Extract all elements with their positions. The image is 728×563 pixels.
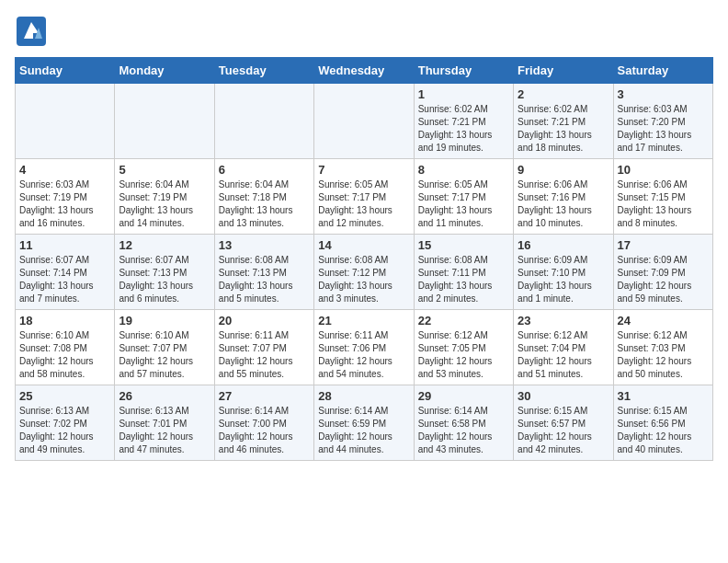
calendar-cell: 3Sunrise: 6:03 AM Sunset: 7:20 PM Daylig… — [613, 84, 712, 159]
calendar-cell: 24Sunrise: 6:12 AM Sunset: 7:03 PM Dayli… — [613, 310, 712, 385]
day-number: 21 — [318, 314, 409, 327]
calendar-cell: 17Sunrise: 6:09 AM Sunset: 7:09 PM Dayli… — [613, 235, 712, 310]
day-number: 23 — [518, 314, 609, 327]
week-row-4: 18Sunrise: 6:10 AM Sunset: 7:08 PM Dayli… — [16, 310, 713, 385]
day-number: 20 — [219, 314, 310, 327]
calendar-cell: 2Sunrise: 6:02 AM Sunset: 7:21 PM Daylig… — [514, 84, 613, 159]
page-header — [15, 15, 713, 48]
day-number: 1 — [418, 87, 509, 101]
day-info: Sunrise: 6:07 AM Sunset: 7:13 PM Dayligh… — [119, 254, 210, 305]
calendar-cell: 20Sunrise: 6:11 AM Sunset: 7:07 PM Dayli… — [214, 310, 313, 385]
day-number: 27 — [219, 389, 310, 403]
day-number: 31 — [618, 389, 709, 403]
day-info: Sunrise: 6:02 AM Sunset: 7:21 PM Dayligh… — [518, 103, 609, 155]
day-info: Sunrise: 6:11 AM Sunset: 7:07 PM Dayligh… — [219, 329, 310, 381]
weekday-header-sunday: Sunday — [16, 58, 115, 84]
calendar-cell: 31Sunrise: 6:15 AM Sunset: 6:56 PM Dayli… — [613, 385, 712, 461]
day-info: Sunrise: 6:10 AM Sunset: 7:07 PM Dayligh… — [119, 329, 210, 381]
day-number: 11 — [19, 238, 110, 252]
day-number: 14 — [318, 238, 409, 252]
day-info: Sunrise: 6:06 AM Sunset: 7:15 PM Dayligh… — [618, 178, 709, 230]
day-info: Sunrise: 6:12 AM Sunset: 7:04 PM Dayligh… — [518, 329, 609, 381]
day-number: 25 — [19, 389, 110, 403]
day-info: Sunrise: 6:05 AM Sunset: 7:17 PM Dayligh… — [318, 178, 409, 230]
calendar-cell: 6Sunrise: 6:04 AM Sunset: 7:18 PM Daylig… — [214, 159, 313, 235]
calendar-cell: 11Sunrise: 6:07 AM Sunset: 7:14 PM Dayli… — [16, 235, 115, 310]
logo-icon — [15, 15, 48, 48]
day-info: Sunrise: 6:15 AM Sunset: 6:56 PM Dayligh… — [618, 405, 709, 456]
day-number: 8 — [418, 163, 509, 177]
calendar-cell: 15Sunrise: 6:08 AM Sunset: 7:11 PM Dayli… — [414, 235, 513, 310]
weekday-header-monday: Monday — [115, 58, 214, 84]
day-info: Sunrise: 6:04 AM Sunset: 7:19 PM Dayligh… — [119, 178, 210, 230]
day-info: Sunrise: 6:12 AM Sunset: 7:03 PM Dayligh… — [618, 329, 709, 381]
day-number: 5 — [119, 163, 210, 177]
day-number: 22 — [418, 314, 509, 327]
day-number: 28 — [318, 389, 409, 403]
weekday-header-thursday: Thursday — [414, 58, 513, 84]
weekday-header-tuesday: Tuesday — [214, 58, 313, 84]
day-number: 2 — [518, 87, 609, 101]
day-number: 7 — [318, 163, 409, 177]
day-info: Sunrise: 6:05 AM Sunset: 7:17 PM Dayligh… — [418, 178, 509, 230]
day-number: 4 — [19, 163, 110, 177]
day-info: Sunrise: 6:04 AM Sunset: 7:18 PM Dayligh… — [219, 178, 310, 230]
calendar-cell: 21Sunrise: 6:11 AM Sunset: 7:06 PM Dayli… — [314, 310, 414, 385]
day-info: Sunrise: 6:11 AM Sunset: 7:06 PM Dayligh… — [318, 329, 409, 381]
calendar-cell: 8Sunrise: 6:05 AM Sunset: 7:17 PM Daylig… — [414, 159, 513, 235]
day-number: 19 — [119, 314, 210, 327]
calendar-cell: 25Sunrise: 6:13 AM Sunset: 7:02 PM Dayli… — [16, 385, 115, 461]
calendar-cell: 1Sunrise: 6:02 AM Sunset: 7:21 PM Daylig… — [414, 84, 513, 159]
day-info: Sunrise: 6:08 AM Sunset: 7:12 PM Dayligh… — [318, 254, 409, 305]
day-info: Sunrise: 6:14 AM Sunset: 6:58 PM Dayligh… — [418, 405, 509, 456]
calendar-cell: 30Sunrise: 6:15 AM Sunset: 6:57 PM Dayli… — [514, 385, 613, 461]
calendar-cell — [16, 84, 115, 159]
day-info: Sunrise: 6:08 AM Sunset: 7:13 PM Dayligh… — [219, 254, 310, 305]
weekday-header-friday: Friday — [514, 58, 613, 84]
calendar-cell: 12Sunrise: 6:07 AM Sunset: 7:13 PM Dayli… — [115, 235, 214, 310]
weekday-header-row: SundayMondayTuesdayWednesdayThursdayFrid… — [16, 58, 713, 84]
calendar-cell: 5Sunrise: 6:04 AM Sunset: 7:19 PM Daylig… — [115, 159, 214, 235]
day-number: 15 — [418, 238, 509, 252]
calendar-cell: 23Sunrise: 6:12 AM Sunset: 7:04 PM Dayli… — [514, 310, 613, 385]
calendar-cell: 9Sunrise: 6:06 AM Sunset: 7:16 PM Daylig… — [514, 159, 613, 235]
calendar-cell: 26Sunrise: 6:13 AM Sunset: 7:01 PM Dayli… — [115, 385, 214, 461]
day-info: Sunrise: 6:03 AM Sunset: 7:20 PM Dayligh… — [618, 103, 709, 155]
calendar-cell: 22Sunrise: 6:12 AM Sunset: 7:05 PM Dayli… — [414, 310, 513, 385]
weekday-header-wednesday: Wednesday — [314, 58, 414, 84]
calendar-cell — [115, 84, 214, 159]
day-info: Sunrise: 6:09 AM Sunset: 7:09 PM Dayligh… — [618, 254, 709, 305]
weekday-header-saturday: Saturday — [613, 58, 712, 84]
calendar-cell — [214, 84, 313, 159]
day-info: Sunrise: 6:09 AM Sunset: 7:10 PM Dayligh… — [518, 254, 609, 305]
calendar-cell: 28Sunrise: 6:14 AM Sunset: 6:59 PM Dayli… — [314, 385, 414, 461]
calendar-cell: 7Sunrise: 6:05 AM Sunset: 7:17 PM Daylig… — [314, 159, 414, 235]
day-info: Sunrise: 6:03 AM Sunset: 7:19 PM Dayligh… — [19, 178, 110, 230]
day-number: 10 — [618, 163, 709, 177]
day-number: 24 — [618, 314, 709, 327]
day-info: Sunrise: 6:13 AM Sunset: 7:01 PM Dayligh… — [119, 405, 210, 456]
day-info: Sunrise: 6:06 AM Sunset: 7:16 PM Dayligh… — [518, 178, 609, 230]
day-info: Sunrise: 6:13 AM Sunset: 7:02 PM Dayligh… — [19, 405, 110, 456]
week-row-1: 1Sunrise: 6:02 AM Sunset: 7:21 PM Daylig… — [16, 84, 713, 159]
day-number: 29 — [418, 389, 509, 403]
calendar-cell: 13Sunrise: 6:08 AM Sunset: 7:13 PM Dayli… — [214, 235, 313, 310]
calendar-cell: 10Sunrise: 6:06 AM Sunset: 7:15 PM Dayli… — [613, 159, 712, 235]
day-number: 3 — [618, 87, 709, 101]
day-number: 12 — [119, 238, 210, 252]
day-info: Sunrise: 6:10 AM Sunset: 7:08 PM Dayligh… — [19, 329, 110, 381]
week-row-5: 25Sunrise: 6:13 AM Sunset: 7:02 PM Dayli… — [16, 385, 713, 461]
calendar-cell: 4Sunrise: 6:03 AM Sunset: 7:19 PM Daylig… — [16, 159, 115, 235]
calendar-table: SundayMondayTuesdayWednesdayThursdayFrid… — [15, 57, 713, 461]
day-info: Sunrise: 6:14 AM Sunset: 7:00 PM Dayligh… — [219, 405, 310, 456]
day-info: Sunrise: 6:07 AM Sunset: 7:14 PM Dayligh… — [19, 254, 110, 305]
calendar-cell: 27Sunrise: 6:14 AM Sunset: 7:00 PM Dayli… — [214, 385, 313, 461]
day-info: Sunrise: 6:12 AM Sunset: 7:05 PM Dayligh… — [418, 329, 509, 381]
day-info: Sunrise: 6:15 AM Sunset: 6:57 PM Dayligh… — [518, 405, 609, 456]
day-info: Sunrise: 6:14 AM Sunset: 6:59 PM Dayligh… — [318, 405, 409, 456]
calendar-cell: 18Sunrise: 6:10 AM Sunset: 7:08 PM Dayli… — [16, 310, 115, 385]
calendar-cell: 29Sunrise: 6:14 AM Sunset: 6:58 PM Dayli… — [414, 385, 513, 461]
day-number: 16 — [518, 238, 609, 252]
day-number: 17 — [618, 238, 709, 252]
day-number: 13 — [219, 238, 310, 252]
